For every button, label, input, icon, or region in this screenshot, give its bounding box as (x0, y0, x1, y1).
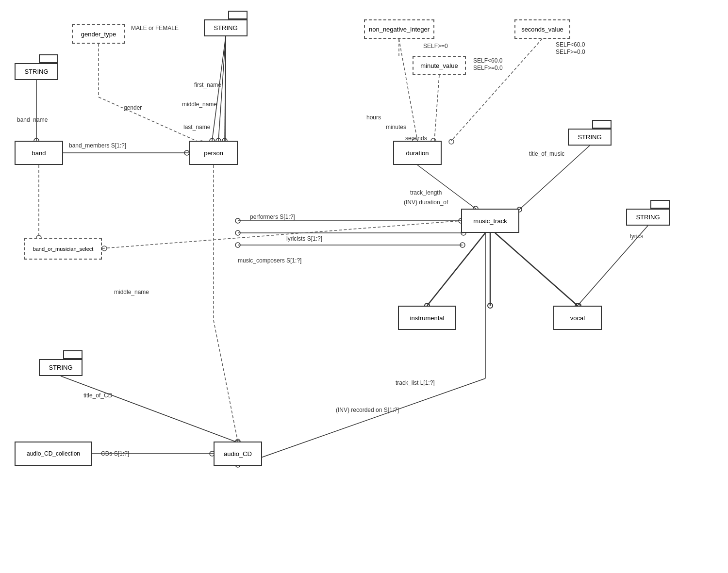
string-title-cd-box: STRING (39, 359, 83, 376)
string-band-name-box: STRING (15, 63, 58, 80)
svg-line-54 (212, 36, 226, 141)
minute-self-ge00-label: SELF>=0.0 (473, 65, 503, 71)
string-top-box: STRING (204, 19, 248, 36)
label-inv-duration-of: (INV) duration_of (404, 199, 448, 206)
audio-cd-collection-label: audio_CD_collection (27, 450, 80, 457)
label-lyricists: lyricists S[1:?] (286, 235, 322, 242)
string-top-tab (228, 11, 248, 19)
label-inv-recorded-on: (INV) recorded on S[1:?] (336, 407, 399, 413)
label-cds: CDs S[1:?] (101, 450, 129, 457)
minute-value-box: minute_value (413, 56, 466, 75)
label-seconds: seconds (405, 135, 427, 142)
label-band-name: band_name (17, 116, 48, 123)
minute-value-label: minute_value (420, 62, 458, 69)
person-label: person (204, 149, 223, 157)
instrumental-label: instrumental (410, 314, 445, 322)
gender-type-box: gender_type (72, 24, 125, 44)
band-or-musician-select-box: band_or_musician_select (24, 238, 102, 260)
label-band-members: band_members S[1:?] (69, 142, 126, 149)
sec-self-lt60-label: SELF<60.0 (556, 41, 585, 48)
svg-line-38 (427, 233, 485, 306)
music-track-box: music_track (461, 209, 519, 233)
label-minutes: minutes (386, 124, 406, 131)
svg-point-32 (235, 243, 240, 247)
string-lyrics-box: STRING (626, 209, 670, 226)
string-band-name-label: STRING (15, 63, 58, 80)
string-title-cd-tab (63, 350, 83, 359)
music-track-label: music_track (473, 217, 507, 225)
label-music-composers: music_composers S[1:?] (238, 257, 301, 264)
string-band-name-tab (39, 54, 58, 63)
band-label: band (32, 149, 46, 157)
band-or-musician-select-label: band_or_musician_select (33, 246, 94, 252)
svg-line-40 (495, 233, 578, 306)
label-gender: gender (124, 104, 142, 111)
svg-point-33 (460, 243, 465, 247)
svg-point-29 (235, 230, 240, 235)
svg-line-34 (102, 221, 461, 248)
label-track-length: track_length (410, 189, 442, 196)
seconds-value-box: seconds_value (514, 19, 570, 39)
svg-point-43 (488, 303, 493, 308)
label-middle-name: middle_name (182, 101, 217, 108)
svg-line-49 (61, 376, 238, 442)
svg-point-35 (102, 246, 107, 251)
svg-line-52 (214, 320, 238, 442)
instrumental-box: instrumental (398, 306, 456, 330)
sec-self-ge00-label: SELF>=0.0 (556, 49, 585, 55)
non-negative-integer-box: non_negative_integer (364, 19, 434, 39)
label-middle-name2: middle_name (114, 289, 149, 295)
svg-point-27 (235, 218, 240, 223)
svg-line-17 (434, 75, 439, 141)
minute-self-lt60-label: SELF<60.0 (473, 57, 502, 64)
string-top-label: STRING (204, 19, 248, 36)
duration-label: duration (406, 149, 429, 157)
label-title-of-music: title_of_music (529, 150, 564, 157)
string-lyrics-tab (650, 200, 670, 209)
string-title-cd-label: STRING (39, 359, 83, 376)
string-lyrics-label: STRING (626, 209, 670, 226)
label-last-name: last_name (183, 124, 210, 131)
string-title-music-tab (592, 120, 612, 129)
string-title-music-box: STRING (568, 129, 612, 146)
audio-cd-label: audio_CD (224, 450, 252, 458)
svg-point-13 (184, 150, 189, 155)
label-performers: performers S[1:?] (250, 213, 295, 220)
svg-line-55 (218, 36, 226, 141)
non-negative-integer-label: non_negative_integer (369, 26, 430, 33)
person-box: person (189, 141, 238, 165)
band-box: band (15, 141, 63, 165)
svg-line-56 (225, 36, 226, 141)
seconds-value-label: seconds_value (521, 26, 563, 33)
svg-line-19 (451, 39, 542, 141)
male-female-label: MALE or FEMALE (131, 24, 179, 33)
duration-box: duration (393, 141, 442, 165)
gender-type-label: gender_type (81, 31, 116, 38)
label-track-list: track_list L[1:?] (396, 379, 435, 386)
label-first-name: first_name (194, 82, 221, 88)
svg-line-45 (238, 378, 485, 466)
vocal-label: vocal (570, 314, 585, 322)
audio-cd-box: audio_CD (214, 442, 262, 466)
svg-point-20 (449, 139, 454, 144)
self-ge0-label: SELF>=0 (423, 43, 448, 49)
string-title-music-label: STRING (568, 129, 612, 146)
label-hours: hours (366, 114, 381, 121)
label-title-of-cd: title_of_CD (83, 392, 112, 399)
vocal-box: vocal (553, 306, 602, 330)
label-lyrics: lyrics (630, 233, 643, 240)
audio-cd-collection-box: audio_CD_collection (15, 442, 92, 466)
